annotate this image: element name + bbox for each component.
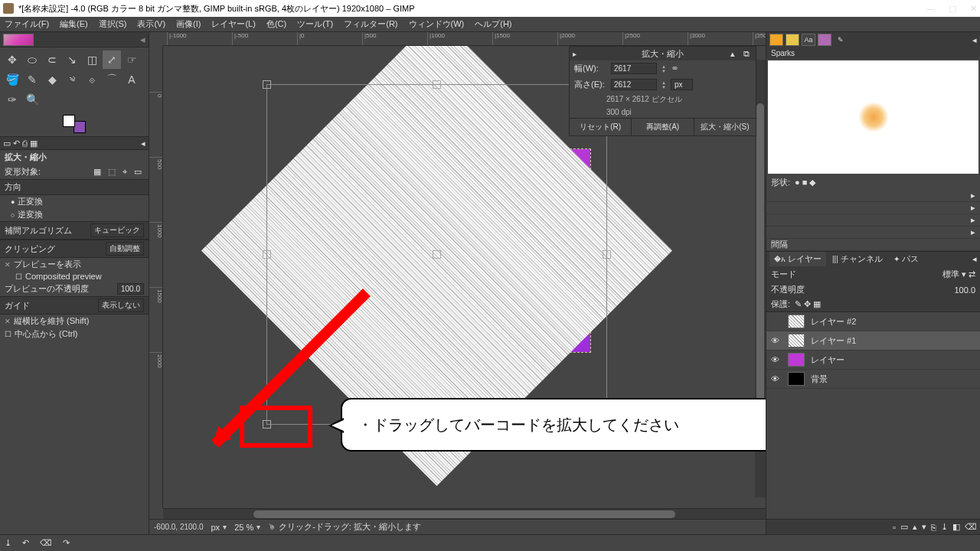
layer-name[interactable]: 背景 — [811, 373, 828, 385]
menu-file[interactable]: ファイル(F) — [5, 18, 49, 30]
brushes-tab[interactable] — [769, 34, 783, 46]
path-tool[interactable]: ⌒ — [103, 70, 121, 89]
smudge-tool[interactable]: ⟐ — [83, 70, 101, 89]
param-row[interactable]: ▸ — [766, 190, 980, 202]
raise-layer-icon[interactable]: ▴ — [913, 522, 917, 532]
mask-icon[interactable]: ◧ — [952, 522, 960, 532]
menu-edit[interactable]: 編集(E) — [60, 18, 88, 30]
layer-name[interactable]: レイヤー #1 — [811, 335, 856, 347]
merge-down-icon[interactable]: ⤓ — [941, 522, 948, 532]
maximize-button[interactable]: ▢ — [949, 4, 956, 14]
lower-layer-icon[interactable]: ▾ — [922, 522, 926, 532]
image-tab[interactable] — [3, 34, 34, 46]
mode-select[interactable]: 標準 ▾ ⇄ — [942, 269, 975, 280]
handle-ml[interactable] — [263, 250, 271, 259]
handle-center[interactable] — [433, 250, 441, 259]
color-picker-tool[interactable]: ✑ — [3, 90, 21, 109]
layer-row[interactable]: 👁レイヤー — [766, 350, 980, 370]
scale-dialog[interactable]: ▸ 拡大・縮小 ▴ ⧉ 幅(W): ▲▼ ⚭ 高さ(E): ▲▼ p — [569, 46, 756, 136]
pencil-tool[interactable]: ✎ — [23, 70, 41, 89]
crop-tool[interactable]: ◫ — [83, 51, 101, 69]
text-tool[interactable]: A — [122, 70, 141, 89]
aspect-checkbox[interactable]: 縦横比を維持 (Shift) — [0, 315, 149, 328]
gradients-tab[interactable] — [818, 34, 831, 46]
dialog-shade-icon[interactable]: ▴ — [730, 49, 738, 58]
new-tab-button[interactable]: ◂ — [140, 34, 145, 45]
menu-layer[interactable]: レイヤー(L) — [211, 18, 255, 30]
redo-icon[interactable]: ↷ — [63, 538, 70, 548]
shape-icons[interactable]: ● ■ ◆ — [795, 178, 815, 187]
param-row[interactable]: ▸ — [766, 202, 980, 214]
height-input[interactable] — [611, 79, 657, 90]
reset-button[interactable]: リセット(R) — [570, 119, 632, 135]
layer-name[interactable]: レイヤー — [811, 354, 844, 366]
clone-tool[interactable]: ༄ — [63, 70, 81, 89]
menu-image[interactable]: 画像(I) — [176, 18, 201, 30]
clip-select[interactable]: 自動調整 — [106, 242, 144, 256]
preview-opacity-value[interactable]: 100.0 — [117, 283, 144, 295]
param-row[interactable]: ▸ — [766, 214, 980, 227]
handle-tc[interactable] — [433, 80, 441, 89]
rect-select-tool[interactable]: ⬭ — [23, 51, 41, 69]
layer-row[interactable]: 👁レイヤー #1 — [766, 331, 980, 350]
visibility-icon[interactable]: 👁 — [771, 374, 782, 383]
direction-reverse-radio[interactable]: 逆変換 — [0, 208, 149, 221]
tool-options-tabs[interactable]: ▭ ↶ ⎙ ▦ — [3, 139, 38, 148]
direction-normal-radio[interactable]: 正変換 — [0, 195, 149, 208]
lock-icons[interactable]: ✎ ✥ ▦ — [795, 299, 821, 309]
paths-tab[interactable]: ✦ パス — [889, 252, 923, 266]
menu-help[interactable]: ヘルプ(H) — [475, 18, 511, 30]
close-button[interactable]: ✕ — [970, 4, 977, 14]
foreground-color[interactable] — [63, 115, 75, 127]
fonts-tab[interactable]: Aa — [802, 34, 815, 46]
status-unit[interactable]: px ▾ — [211, 523, 227, 532]
menu-select[interactable]: 選択(S) — [99, 18, 127, 30]
readjust-button[interactable]: 再調整(A) — [632, 119, 694, 135]
width-down[interactable]: ▼ — [662, 69, 666, 73]
layer-row[interactable]: 👁背景 — [766, 370, 980, 389]
eraser-tool[interactable]: ◆ — [43, 70, 61, 89]
dialog-detach-icon[interactable]: ⧉ — [743, 49, 753, 58]
channels-tab[interactable]: ||| チャンネル — [828, 252, 887, 266]
layer-name[interactable]: レイヤー #2 — [811, 316, 856, 328]
status-zoom[interactable]: 25 % ▾ — [234, 523, 260, 532]
param-row[interactable]: ▸ — [766, 227, 980, 239]
free-select-tool[interactable]: ⊂ — [43, 51, 61, 69]
menu-tools[interactable]: ツール(T) — [297, 18, 333, 30]
center-checkbox[interactable]: 中心点から (Ctrl) — [0, 328, 149, 341]
width-input[interactable] — [611, 63, 657, 74]
save-icon[interactable]: ⤓ — [5, 538, 11, 548]
scale-button[interactable]: 拡大・縮小(S) — [694, 119, 756, 135]
preview-checkbox[interactable]: プレビューを表示 — [0, 258, 149, 271]
layer-row[interactable]: レイヤー #2 — [766, 312, 980, 331]
new-layer-icon[interactable]: ▫ — [893, 523, 896, 532]
unit-select[interactable]: px — [671, 79, 693, 90]
background-color[interactable] — [74, 121, 86, 133]
paint-dynamics-tab[interactable]: ✎ — [834, 34, 848, 46]
new-group-icon[interactable]: ▭ — [900, 522, 908, 532]
visibility-icon[interactable]: 👁 — [771, 355, 782, 364]
move-tool[interactable]: ✥ — [3, 51, 21, 69]
menu-windows[interactable]: ウィンドウ(W) — [409, 18, 465, 30]
warp-tool[interactable]: ☞ — [122, 51, 141, 69]
patterns-tab[interactable] — [786, 34, 799, 46]
visibility-icon[interactable]: 👁 — [771, 336, 782, 345]
height-down[interactable]: ▼ — [662, 85, 666, 90]
fg-bg-colors[interactable] — [63, 115, 86, 133]
duplicate-layer-icon[interactable]: ⎘ — [931, 523, 936, 532]
handle-mr[interactable] — [603, 250, 611, 259]
delete-layer-icon[interactable]: ⌫ — [965, 522, 977, 532]
fuzzy-select-tool[interactable]: ↘ — [63, 51, 81, 69]
link-icon[interactable]: ⚭ — [671, 63, 679, 74]
target-icons[interactable]: ▦ ⬚ ⌖ ▭ — [93, 167, 144, 177]
delete-icon[interactable]: ⌫ — [40, 538, 52, 548]
horizontal-scrollbar[interactable] — [163, 508, 766, 519]
interp-select[interactable]: キュービック — [90, 223, 144, 237]
layer-opacity-value[interactable]: 100.0 — [954, 285, 975, 295]
dialog-menu-icon[interactable]: ▸ — [573, 50, 577, 58]
scale-tool[interactable]: ⤢ — [103, 51, 121, 69]
bucket-tool[interactable]: 🪣 — [3, 70, 21, 89]
layers-tab[interactable]: �አ レイヤー — [769, 252, 826, 266]
menu-view[interactable]: 表示(V) — [137, 18, 165, 30]
zoom-tool[interactable]: 🔍 — [23, 90, 41, 109]
